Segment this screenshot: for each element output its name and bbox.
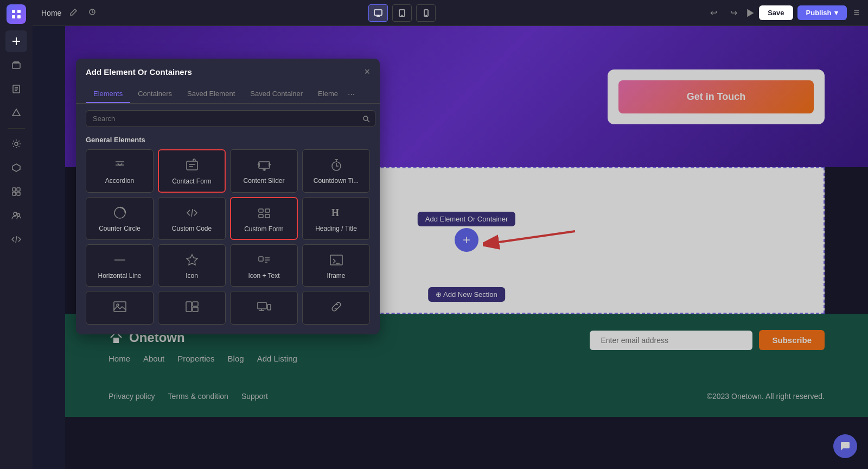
accordion-label: Accordion [105, 177, 134, 186]
topbar-actions: ↩ ↪ Save Publish ▾ ≡ [706, 5, 859, 20]
elements-grid: Accordion Contact Form [86, 149, 370, 325]
content-slider-label: Content Slider [243, 177, 284, 186]
svg-line-33 [367, 120, 369, 122]
element-heading[interactable]: H Heading / Title [302, 197, 370, 240]
svg-rect-5 [12, 41, 20, 42]
image2-icon [184, 299, 200, 314]
counter-circle-icon [112, 205, 127, 220]
tab-eleme[interactable]: Eleme [310, 85, 346, 103]
svg-rect-61 [186, 302, 192, 312]
element-image2[interactable] [158, 291, 226, 325]
element-custom-form[interactable]: Custom Form [230, 197, 298, 240]
mobile-btn[interactable] [416, 4, 436, 22]
save-button[interactable]: Save [759, 5, 793, 20]
heading-label: Heading / Title [315, 225, 357, 233]
element-iframe[interactable]: Iframe [302, 244, 370, 287]
custom-form-label: Custom Form [244, 225, 284, 234]
element-device[interactable] [230, 291, 298, 325]
svg-rect-59 [114, 302, 126, 312]
element-image[interactable] [86, 291, 154, 325]
svg-rect-1 [17, 10, 21, 13]
sidebar-item-pages[interactable] [5, 78, 27, 100]
element-contact-form[interactable]: Contact Form [158, 149, 226, 193]
edit-icon[interactable] [68, 6, 80, 20]
icon-label: Icon [186, 272, 198, 281]
content-slider-icon [257, 157, 272, 173]
modal-tabs: Elements Containers Saved Element Saved … [76, 85, 380, 104]
tablet-btn[interactable] [392, 4, 412, 22]
icon-element-icon [184, 252, 200, 268]
custom-form-icon [257, 206, 272, 221]
svg-marker-29 [748, 10, 753, 16]
desktop-btn[interactable] [368, 4, 388, 22]
menu-icon[interactable]: ≡ [853, 7, 859, 18]
topbar: Home [33, 0, 868, 26]
tabs-more-icon[interactable]: ··· [348, 90, 355, 99]
tab-saved-element[interactable]: Saved Element [180, 85, 242, 103]
modal-body: General Elements Accordion [76, 136, 380, 334]
redo-button[interactable]: ↪ [726, 5, 742, 20]
horizontal-line-label: Horizontal Line [98, 272, 141, 281]
svg-rect-3 [17, 15, 21, 18]
icon-text-icon [257, 252, 272, 268]
sidebar-item-add[interactable] [5, 30, 27, 52]
sidebar [0, 0, 33, 469]
iframe-label: Iframe [327, 272, 345, 281]
element-content-slider[interactable]: Content Slider [230, 149, 298, 193]
element-icon[interactable]: Icon [158, 244, 226, 287]
svg-rect-39 [259, 162, 270, 168]
svg-rect-6 [12, 63, 20, 68]
element-accordion[interactable]: Accordion [86, 149, 154, 193]
publish-button[interactable]: Publish ▾ [797, 5, 847, 20]
search-input[interactable] [86, 110, 375, 127]
svg-point-41 [264, 169, 265, 170]
element-custom-code[interactable]: Custom Code [158, 197, 226, 240]
svg-point-19 [17, 214, 20, 217]
svg-point-13 [15, 142, 18, 145]
element-link[interactable] [302, 291, 370, 325]
svg-line-20 [16, 236, 17, 243]
svg-rect-14 [12, 188, 16, 191]
svg-rect-15 [17, 188, 20, 191]
svg-rect-48 [265, 209, 270, 212]
svg-rect-62 [193, 302, 198, 306]
accordion-icon [112, 157, 127, 173]
svg-rect-63 [193, 307, 198, 312]
tab-containers[interactable]: Containers [130, 85, 180, 103]
sidebar-item-layers[interactable] [5, 54, 27, 76]
svg-rect-17 [17, 192, 20, 195]
sidebar-item-shapes[interactable] [5, 102, 27, 124]
svg-rect-7 [14, 62, 19, 63]
element-counter-circle[interactable]: Counter Circle [86, 197, 154, 240]
history-icon[interactable] [86, 6, 98, 20]
svg-rect-47 [259, 209, 263, 212]
svg-line-46 [192, 209, 193, 217]
counter-circle-label: Counter Circle [99, 225, 141, 233]
sidebar-item-plugins[interactable] [5, 157, 27, 179]
icon-text-label: Icon + Text [248, 272, 279, 281]
device-icon [257, 299, 272, 314]
tab-saved-container[interactable]: Saved Container [242, 85, 310, 103]
search-icon [362, 115, 370, 123]
element-countdown[interactable]: Countdown Ti... [302, 149, 370, 193]
undo-button[interactable]: ↩ [706, 5, 722, 20]
element-icon-text[interactable]: Icon + Text [230, 244, 298, 287]
svg-point-18 [14, 212, 17, 216]
custom-code-icon [184, 205, 200, 220]
sidebar-item-settings[interactable] [5, 133, 27, 155]
sidebar-item-grid[interactable] [5, 181, 27, 202]
publish-chevron: ▾ [834, 9, 838, 17]
tab-elements[interactable]: Elements [86, 85, 130, 103]
svg-rect-22 [374, 10, 382, 15]
modal-header: Add Element Or Containers × [76, 59, 380, 85]
sidebar-item-users[interactable] [5, 205, 27, 226]
sidebar-item-code[interactable] [5, 229, 27, 250]
link-icon [329, 299, 344, 314]
play-icon[interactable] [746, 9, 755, 17]
element-horizontal-line[interactable]: Horizontal Line [86, 244, 154, 287]
countdown-label: Countdown Ti... [314, 177, 359, 186]
modal-close-button[interactable]: × [364, 66, 370, 78]
iframe-icon [329, 252, 344, 268]
sidebar-logo[interactable] [7, 4, 26, 24]
svg-marker-12 [12, 109, 20, 116]
